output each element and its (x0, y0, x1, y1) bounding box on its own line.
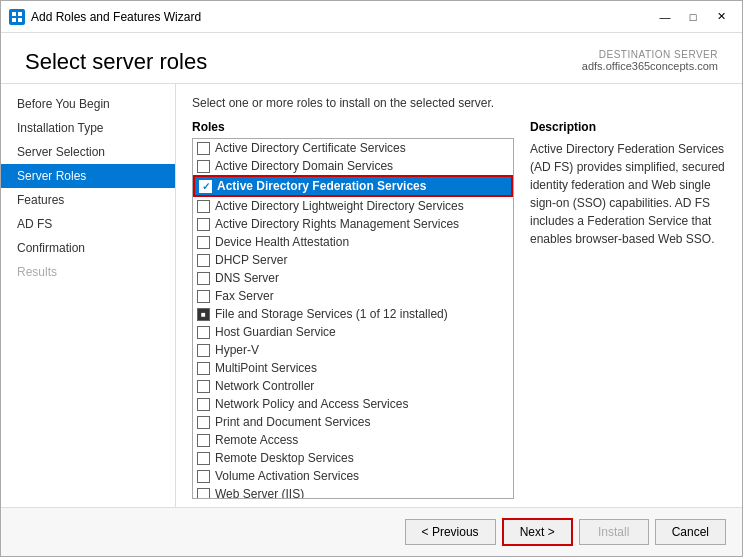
window-title: Add Roles and Features Wizard (31, 10, 652, 24)
role-label-host-guardian: Host Guardian Service (215, 325, 336, 339)
checkbox-dns[interactable] (197, 272, 210, 285)
checkbox-dhcp[interactable] (197, 254, 210, 267)
role-item-ad-domain[interactable]: Active Directory Domain Services (193, 157, 513, 175)
close-button[interactable]: ✕ (708, 7, 734, 27)
role-label-ad-lightweight: Active Directory Lightweight Directory S… (215, 199, 464, 213)
roles-column-header: Roles (192, 120, 514, 134)
role-item-fax[interactable]: Fax Server (193, 287, 513, 305)
checkbox-ad-certificate[interactable] (197, 142, 210, 155)
svg-rect-1 (18, 12, 22, 16)
sidebar-item-server-selection[interactable]: Server Selection (1, 140, 175, 164)
description-column-header: Description (530, 120, 726, 134)
svg-rect-0 (12, 12, 16, 16)
install-button[interactable]: Install (579, 519, 649, 545)
role-item-dns[interactable]: DNS Server (193, 269, 513, 287)
role-item-hyper-v[interactable]: Hyper-V (193, 341, 513, 359)
sidebar-item-server-roles[interactable]: Server Roles (1, 164, 175, 188)
sidebar-item-confirmation[interactable]: Confirmation (1, 236, 175, 260)
svg-rect-3 (18, 18, 22, 22)
page-title: Select server roles (25, 49, 207, 75)
role-item-network-controller[interactable]: Network Controller (193, 377, 513, 395)
checkbox-print-doc[interactable] (197, 416, 210, 429)
roles-list-container: Roles Active Directory Certificate Servi… (192, 120, 514, 499)
app-icon (9, 9, 25, 25)
sidebar-item-before-you-begin[interactable]: Before You Begin (1, 92, 175, 116)
role-label-network-controller: Network Controller (215, 379, 314, 393)
role-item-network-policy[interactable]: Network Policy and Access Services (193, 395, 513, 413)
role-label-dhcp: DHCP Server (215, 253, 287, 267)
sidebar-item-installation-type[interactable]: Installation Type (1, 116, 175, 140)
sidebar-item-ad-fs[interactable]: AD FS (1, 212, 175, 236)
footer: < Previous Next > Install Cancel (1, 507, 742, 556)
checkbox-ad-domain[interactable] (197, 160, 210, 173)
checkbox-remote-desktop[interactable] (197, 452, 210, 465)
main-content: Before You BeginInstallation TypeServer … (1, 84, 742, 507)
checkbox-remote-access[interactable] (197, 434, 210, 447)
previous-button[interactable]: < Previous (405, 519, 496, 545)
sidebar: Before You BeginInstallation TypeServer … (1, 84, 176, 507)
checkbox-network-policy[interactable] (197, 398, 210, 411)
role-item-remote-access[interactable]: Remote Access (193, 431, 513, 449)
minimize-button[interactable]: — (652, 7, 678, 27)
checkbox-fax[interactable] (197, 290, 210, 303)
instruction-text: Select one or more roles to install on t… (192, 96, 726, 110)
window-controls: — □ ✕ (652, 7, 734, 27)
role-item-device-health[interactable]: Device Health Attestation (193, 233, 513, 251)
role-item-multipoint[interactable]: MultiPoint Services (193, 359, 513, 377)
description-pane: Description Active Directory Federation … (526, 120, 726, 499)
checkbox-ad-federation[interactable]: ✓ (199, 180, 212, 193)
role-label-device-health: Device Health Attestation (215, 235, 349, 249)
role-label-web-server: Web Server (IIS) (215, 487, 304, 499)
checkbox-file-storage[interactable]: ■ (197, 308, 210, 321)
checkbox-multipoint[interactable] (197, 362, 210, 375)
role-label-multipoint: MultiPoint Services (215, 361, 317, 375)
role-label-ad-federation: Active Directory Federation Services (217, 179, 426, 193)
checkbox-hyper-v[interactable] (197, 344, 210, 357)
role-label-ad-certificate: Active Directory Certificate Services (215, 141, 406, 155)
checkbox-host-guardian[interactable] (197, 326, 210, 339)
role-item-ad-federation[interactable]: ✓Active Directory Federation Services (193, 175, 513, 197)
role-item-host-guardian[interactable]: Host Guardian Service (193, 323, 513, 341)
header: Select server roles DESTINATION SERVER a… (1, 33, 742, 84)
title-bar: Add Roles and Features Wizard — □ ✕ (1, 1, 742, 33)
maximize-button[interactable]: □ (680, 7, 706, 27)
roles-list[interactable]: Active Directory Certificate ServicesAct… (192, 138, 514, 499)
role-label-dns: DNS Server (215, 271, 279, 285)
checkbox-ad-rights[interactable] (197, 218, 210, 231)
role-item-file-storage[interactable]: ■File and Storage Services (1 of 12 inst… (193, 305, 513, 323)
role-label-fax: Fax Server (215, 289, 274, 303)
right-content: Select one or more roles to install on t… (176, 84, 742, 507)
role-item-ad-lightweight[interactable]: Active Directory Lightweight Directory S… (193, 197, 513, 215)
sidebar-item-features[interactable]: Features (1, 188, 175, 212)
role-label-print-doc: Print and Document Services (215, 415, 370, 429)
destination-label: DESTINATION SERVER (582, 49, 718, 60)
sidebar-item-results: Results (1, 260, 175, 284)
svg-rect-2 (12, 18, 16, 22)
next-button[interactable]: Next > (502, 518, 573, 546)
checkbox-device-health[interactable] (197, 236, 210, 249)
role-label-network-policy: Network Policy and Access Services (215, 397, 408, 411)
roles-section: Select one or more roles to install on t… (176, 84, 742, 507)
role-label-remote-desktop: Remote Desktop Services (215, 451, 354, 465)
role-item-ad-certificate[interactable]: Active Directory Certificate Services (193, 139, 513, 157)
role-item-volume-activation[interactable]: Volume Activation Services (193, 467, 513, 485)
checkbox-web-server[interactable] (197, 488, 210, 500)
role-item-dhcp[interactable]: DHCP Server (193, 251, 513, 269)
destination-server-name: adfs.office365concepts.com (582, 60, 718, 72)
role-label-hyper-v: Hyper-V (215, 343, 259, 357)
role-label-file-storage: File and Storage Services (1 of 12 insta… (215, 307, 448, 321)
checkbox-network-controller[interactable] (197, 380, 210, 393)
role-item-remote-desktop[interactable]: Remote Desktop Services (193, 449, 513, 467)
description-text: Active Directory Federation Services (AD… (530, 140, 726, 248)
role-label-volume-activation: Volume Activation Services (215, 469, 359, 483)
role-item-web-server[interactable]: Web Server (IIS) (193, 485, 513, 499)
role-item-print-doc[interactable]: Print and Document Services (193, 413, 513, 431)
checkbox-ad-lightweight[interactable] (197, 200, 210, 213)
cancel-button[interactable]: Cancel (655, 519, 726, 545)
roles-columns: Roles Active Directory Certificate Servi… (192, 120, 726, 499)
destination-server-info: DESTINATION SERVER adfs.office365concept… (582, 49, 718, 72)
checkbox-volume-activation[interactable] (197, 470, 210, 483)
role-item-ad-rights[interactable]: Active Directory Rights Management Servi… (193, 215, 513, 233)
window: Add Roles and Features Wizard — □ ✕ Sele… (0, 0, 743, 557)
role-label-ad-domain: Active Directory Domain Services (215, 159, 393, 173)
